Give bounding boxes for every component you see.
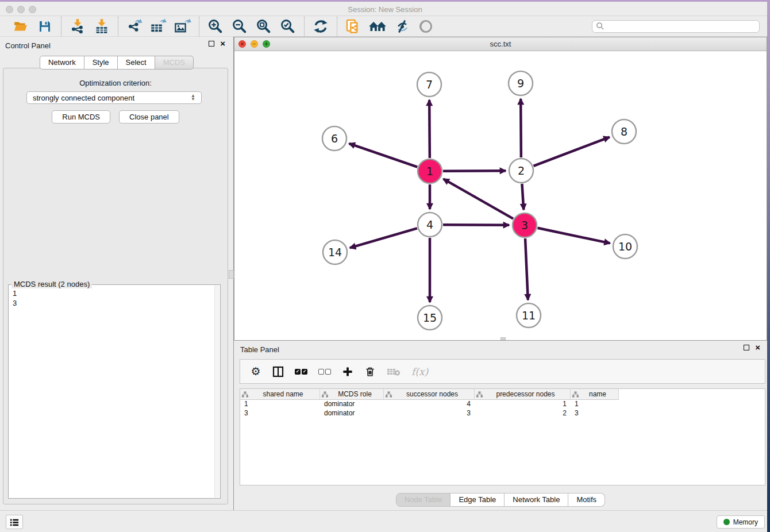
hide-graphics-details-icon[interactable] <box>392 18 411 35</box>
birds-eye-view-icon[interactable] <box>417 18 435 35</box>
select-all-icon[interactable]: ✓✓ <box>295 365 307 379</box>
edge-3-11[interactable] <box>525 238 528 300</box>
edge-3-10[interactable] <box>538 228 610 244</box>
network-window: × − + scc.txt 7968124314101511 <box>234 37 767 341</box>
edge-2-3[interactable] <box>522 184 523 210</box>
column-header-name[interactable]: name <box>571 389 619 400</box>
clone-network-icon[interactable] <box>344 18 363 35</box>
table-cell[interactable]: 3 <box>571 409 619 418</box>
table-panel: Table Panel × ⚙ ✓✓ f(x) shared nameMCDS … <box>234 341 767 510</box>
memory-label: Memory <box>733 518 758 526</box>
desktop-background <box>767 0 770 532</box>
deselect-all-icon[interactable] <box>318 365 331 379</box>
tab-select[interactable]: Select <box>118 56 155 70</box>
column-header-predecessor-nodes[interactable]: predecessor nodes <box>475 389 571 400</box>
tab-style[interactable]: Style <box>84 56 118 70</box>
edge-4-14[interactable] <box>350 228 417 248</box>
delete-table-icon <box>387 365 401 379</box>
save-session-icon[interactable] <box>36 18 54 35</box>
table-cell[interactable]: 3 <box>240 409 320 418</box>
node-label-2: 2 <box>518 164 525 177</box>
tab-network[interactable]: Network <box>40 56 84 70</box>
table-row[interactable]: 3dominator323 <box>240 409 765 418</box>
tab-node-table[interactable]: Node Table <box>396 493 451 507</box>
tab-edge-table[interactable]: Edge Table <box>451 493 505 507</box>
network-canvas[interactable]: 7968124314101511 <box>234 51 767 340</box>
hierarchy-icon <box>572 391 579 398</box>
run-mcds-button[interactable]: Run MCDS <box>52 110 110 124</box>
search-box[interactable] <box>592 20 760 33</box>
edge-1-2[interactable] <box>443 171 506 171</box>
network-title: scc.txt <box>234 40 767 48</box>
home-icon[interactable] <box>368 18 387 35</box>
table-cell[interactable]: 1 <box>571 400 619 409</box>
table-panel-title: Table Panel <box>240 345 279 354</box>
network-window-titlebar[interactable]: × − + scc.txt <box>234 37 767 51</box>
open-session-icon[interactable] <box>11 18 30 35</box>
task-history-button[interactable] <box>6 515 23 529</box>
column-header-MCDS-role[interactable]: MCDS role <box>320 389 384 400</box>
table-cell[interactable]: dominator <box>320 400 384 409</box>
close-panel-button[interactable]: Close panel <box>119 110 179 124</box>
table-settings-icon[interactable]: ⚙ <box>250 365 261 379</box>
edge-1-7[interactable] <box>429 100 430 158</box>
node-label-4: 4 <box>426 218 433 231</box>
network-splitter-handle[interactable] <box>500 337 506 340</box>
edge-3-1[interactable] <box>443 179 513 218</box>
edge-1-6[interactable] <box>349 144 418 167</box>
result-line: 3 <box>13 298 209 308</box>
delete-row-icon[interactable] <box>364 365 376 379</box>
hierarchy-icon <box>386 391 392 398</box>
export-image-icon[interactable] <box>174 18 192 35</box>
table-row[interactable]: 1dominator411 <box>240 400 765 409</box>
close-table-panel-icon[interactable]: × <box>755 345 760 350</box>
result-scrollbar[interactable] <box>214 286 220 498</box>
main-toolbar <box>0 16 770 37</box>
column-header-shared-name[interactable]: shared name <box>240 389 320 400</box>
edge-4-3[interactable] <box>443 225 509 225</box>
table-cell[interactable]: 2 <box>475 409 571 418</box>
node-label-9: 9 <box>517 77 524 90</box>
split-panel-icon[interactable] <box>272 365 284 379</box>
hierarchy-icon <box>476 391 483 398</box>
node-label-14: 14 <box>328 246 342 259</box>
search-input[interactable] <box>605 22 756 30</box>
tab-network-table[interactable]: Network Table <box>505 493 568 507</box>
mcds-result-list: 13 <box>9 287 213 498</box>
splitter-handle[interactable] <box>229 270 234 279</box>
table-cell[interactable]: 1 <box>475 400 571 409</box>
float-table-panel-icon[interactable] <box>744 345 749 350</box>
zoom-selected-icon[interactable] <box>279 18 297 35</box>
column-header-label: successor nodes <box>392 390 472 398</box>
edge-2-8[interactable] <box>534 137 610 166</box>
table-cell[interactable]: 3 <box>384 409 475 418</box>
app-title: Session: New Session <box>0 5 770 14</box>
dropdown-stepper-icon: ▲▼ <box>191 94 195 101</box>
control-panel-tabs: NetworkStyleSelectMCDS <box>0 56 233 70</box>
edge-2-9[interactable] <box>521 99 521 157</box>
export-table-icon[interactable] <box>149 18 168 35</box>
mcds-panel: Optimization criterion: strongly connect… <box>3 68 228 504</box>
zoom-out-icon[interactable] <box>230 18 249 35</box>
tab-motifs[interactable]: Motifs <box>568 493 605 507</box>
zoom-in-icon[interactable] <box>206 18 225 35</box>
import-table-icon[interactable] <box>93 18 111 35</box>
memory-button[interactable]: Memory <box>717 515 765 529</box>
node-label-8: 8 <box>621 125 627 138</box>
tab-mcds[interactable]: MCDS <box>155 56 194 70</box>
table-cell[interactable]: dominator <box>320 409 384 418</box>
apply-layout-icon[interactable] <box>311 18 330 35</box>
column-header-successor-nodes[interactable]: successor nodes <box>384 389 475 400</box>
mcds-result-group: MCDS result (2 nodes) 13 <box>8 284 221 499</box>
table-cell[interactable]: 4 <box>384 400 475 409</box>
add-row-icon[interactable] <box>342 365 353 379</box>
import-network-icon[interactable] <box>68 18 87 35</box>
zoom-fit-icon[interactable] <box>255 18 273 35</box>
node-table[interactable]: shared nameMCDS rolesuccessor nodesprede… <box>240 388 765 485</box>
export-network-icon[interactable] <box>125 18 144 35</box>
table-cell[interactable]: 1 <box>240 400 320 409</box>
float-panel-icon[interactable] <box>209 41 214 47</box>
optimization-dropdown[interactable]: strongly connected component ▲▼ <box>26 91 202 104</box>
column-header-label: MCDS role <box>328 390 382 398</box>
close-panel-icon[interactable]: × <box>220 41 225 47</box>
